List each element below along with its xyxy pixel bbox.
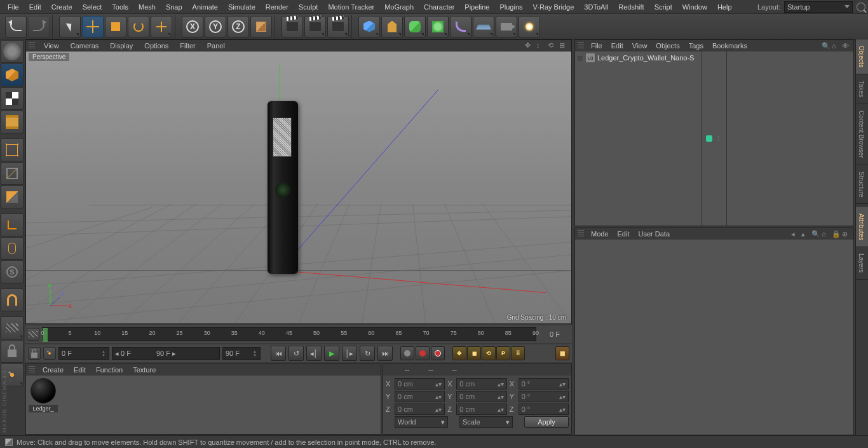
undo-button[interactable] — [5, 16, 27, 37]
viewport-menu-options[interactable]: Options — [139, 41, 173, 51]
environment-button[interactable] — [450, 16, 471, 37]
param-key-button[interactable]: P — [496, 346, 510, 360]
menu-tools[interactable]: Tools — [107, 1, 133, 13]
generator-button[interactable] — [404, 16, 426, 37]
lastused-tool-button[interactable] — [151, 16, 172, 37]
attr-up-icon[interactable]: ▴ — [801, 230, 809, 238]
om-object-row[interactable]: ⊞ L0 Ledger_Crypto_Wallet_Nano-S — [576, 53, 700, 63]
workplane-button[interactable] — [1, 316, 24, 339]
scale-key-button[interactable]: ◼ — [467, 346, 481, 360]
record-key-button[interactable] — [400, 346, 414, 360]
primitive-button[interactable] — [358, 16, 380, 37]
size-y-field[interactable]: 0 cm▴▾ — [456, 391, 506, 402]
om-search-icon[interactable]: 🔍 — [822, 42, 829, 50]
rotate-tool-button[interactable] — [128, 16, 149, 37]
attr-menu-edit[interactable]: Edit — [613, 229, 634, 239]
menu-animate[interactable]: Animate — [187, 1, 223, 13]
make-editable-button[interactable] — [1, 40, 24, 63]
coord-space-select[interactable]: World▾ — [395, 416, 448, 428]
rot-key-button[interactable]: ⟲ — [482, 346, 496, 360]
menu-motiontracker[interactable]: Motion Tracker — [323, 1, 379, 13]
move-tool-button[interactable] — [82, 16, 104, 37]
axis-mode-button[interactable] — [1, 214, 24, 236]
coord-size-select[interactable]: Scale▾ — [459, 416, 513, 428]
goto-nextkey-button[interactable]: ↻ — [360, 346, 375, 361]
texture-mode-button[interactable] — [1, 87, 24, 110]
menu-file[interactable]: File — [3, 1, 24, 13]
tab-attributes[interactable]: Attributes — [856, 207, 868, 247]
menu-sculpt[interactable]: Sculpt — [294, 1, 323, 13]
timeline-ruler[interactable]: 051015202530354045505560657075808590 — [42, 327, 536, 341]
viewport-menu-panel[interactable]: Panel — [202, 41, 230, 51]
viewport-menu-cameras[interactable]: Cameras — [65, 41, 104, 51]
mat-menu-function[interactable]: Function — [91, 365, 128, 375]
menu-select[interactable]: Select — [78, 1, 107, 13]
mat-menu-texture[interactable]: Texture — [128, 365, 161, 375]
viewport-solo-button[interactable]: S — [1, 261, 24, 283]
material-item[interactable]: Ledger_ — [29, 378, 58, 412]
menu-plugins[interactable]: Plugins — [494, 1, 527, 13]
render-view-button[interactable] — [281, 16, 303, 37]
current-frame-field[interactable]: 0 F▲▼ — [58, 347, 109, 360]
viewport-menu-view[interactable]: View — [39, 41, 64, 51]
edges-mode-button[interactable] — [1, 162, 24, 185]
play-button[interactable]: ▶ — [324, 346, 339, 361]
tweak-mode-button[interactable] — [1, 237, 24, 260]
menu-window[interactable]: Window — [677, 1, 712, 13]
mat-menu-edit[interactable]: Edit — [69, 365, 91, 375]
viewport-menu-display[interactable]: Display — [105, 41, 138, 51]
attr-search-icon[interactable]: 🔍 — [811, 230, 819, 238]
points-mode-button[interactable] — [1, 139, 24, 161]
om-home-icon[interactable]: ⌂ — [832, 42, 839, 50]
om-menu-objects[interactable]: Objects — [651, 41, 684, 51]
keyselection-button[interactable] — [431, 346, 445, 360]
grip-icon[interactable] — [29, 42, 35, 50]
live-select-button[interactable] — [59, 16, 81, 37]
om-menu-view[interactable]: View — [628, 41, 652, 51]
om-eye-icon[interactable]: 👁 — [842, 42, 850, 50]
attr-home-icon[interactable]: ⌂ — [822, 230, 829, 238]
tab-structure[interactable]: Structure — [856, 165, 868, 205]
expand-icon[interactable]: ⊞ — [577, 54, 583, 62]
rot-z-field[interactable]: 0 °▴▾ — [519, 404, 569, 415]
om-menu-bookmarks[interactable]: Bookmarks — [708, 41, 752, 51]
snap-enable-button[interactable] — [1, 288, 24, 311]
attr-menu-userdata[interactable]: User Data — [634, 229, 675, 239]
mat-menu-create[interactable]: Create — [37, 365, 69, 375]
attr-lock-icon[interactable]: 🔒 — [832, 230, 839, 238]
goto-end-button[interactable]: ⏭ — [377, 346, 393, 361]
om-menu-tags[interactable]: Tags — [684, 41, 708, 51]
viewport-zoom-icon[interactable]: ↕ — [536, 41, 545, 50]
pos-key-button[interactable]: ✥ — [452, 346, 466, 360]
workplane-mode-button[interactable] — [1, 111, 24, 133]
viewport-menu-filter[interactable]: Filter — [175, 41, 200, 51]
model-mode-button[interactable] — [1, 64, 24, 86]
om-menu-edit[interactable]: Edit — [607, 41, 628, 51]
viewport-orbit-icon[interactable]: ⟲ — [548, 41, 557, 50]
grip-icon[interactable] — [578, 42, 584, 50]
frame-range-field[interactable]: ◂ 0 F 90 F ▸ — [112, 347, 220, 360]
grip-icon[interactable] — [29, 366, 35, 374]
redo-button[interactable] — [28, 16, 50, 37]
render-settings-button[interactable] — [327, 16, 349, 37]
size-z-field[interactable]: 0 cm▴▾ — [456, 404, 506, 415]
menu-help[interactable]: Help — [712, 1, 737, 13]
tab-contentbrowser[interactable]: Content Browser — [856, 104, 868, 165]
tab-layers[interactable]: Layers — [856, 247, 868, 280]
menu-mograph[interactable]: MoGraph — [379, 1, 419, 13]
apply-button[interactable]: Apply — [524, 416, 569, 428]
menu-character[interactable]: Character — [419, 1, 459, 13]
menu-render[interactable]: Render — [261, 1, 294, 13]
pos-z-field[interactable]: 0 cm▴▾ — [395, 404, 445, 415]
menu-create[interactable]: Create — [46, 1, 78, 13]
grip-icon[interactable] — [578, 230, 584, 238]
attr-back-icon[interactable]: ◂ — [791, 230, 799, 238]
total-frames-field[interactable]: 90 F▲▼ — [222, 347, 261, 360]
menu-vray[interactable]: V-Ray Bridge — [528, 1, 580, 13]
floor-button[interactable] — [473, 16, 494, 37]
tab-takes[interactable]: Takes — [856, 74, 868, 104]
y-axis-button[interactable]: Y — [205, 16, 226, 37]
tab-objects[interactable]: Objects — [856, 39, 868, 74]
menu-redshift[interactable]: Redshift — [613, 1, 649, 13]
timeline-opt1-button[interactable] — [27, 328, 39, 341]
